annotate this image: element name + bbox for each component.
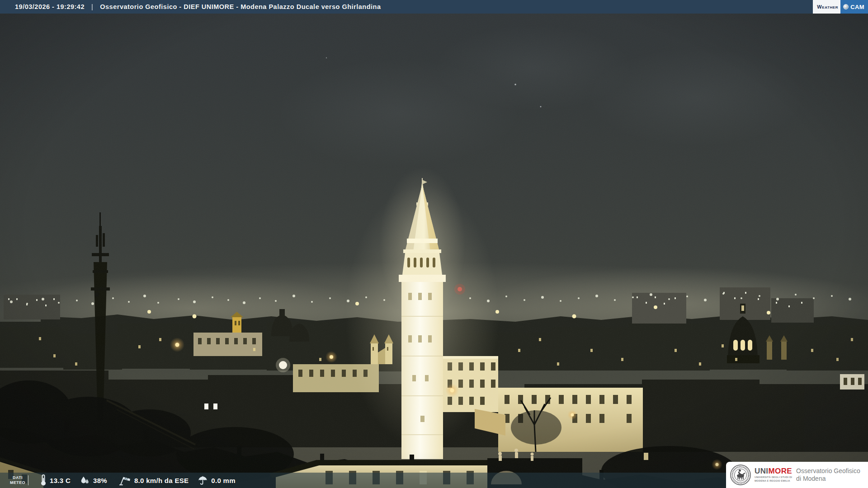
meteo-divider <box>28 475 28 485</box>
timestamp: 19/03/2026 - 19:29:42 <box>15 3 85 10</box>
thermometer-icon <box>40 474 47 486</box>
unimore-logo: UNIMORE UNIVERSITÀ DEGLI STUDI DI MODENA… <box>726 462 868 488</box>
film-grain <box>0 0 868 488</box>
rain-value: 0.0 mm <box>211 477 236 484</box>
humidity-reading: 38% <box>80 475 107 485</box>
temperature-value: 13.3 C <box>50 477 71 484</box>
unimore-subtitle-line2: MODENA E REGGIO EMILIA <box>755 479 792 483</box>
unimore-wordmark: UNIMORE <box>755 467 792 475</box>
wind-value: 8.0 km/h da ESE <box>134 477 189 484</box>
page-title: Osservatorio Geofisico - DIEF UNIMORE - … <box>100 3 381 10</box>
temperature-reading: 13.3 C <box>40 474 71 486</box>
cityscape-svg <box>0 0 868 488</box>
weathercam-word-weather: Weather <box>813 0 840 14</box>
umbrella-icon <box>198 475 208 485</box>
unimore-subtitle: UNIVERSITÀ DEGLI STUDI DI MODENA E REGGI… <box>755 476 792 483</box>
meteo-label-line1: DATI <box>10 475 25 480</box>
weathercam-logo: Weather CAM <box>813 0 868 14</box>
unimore-subtitle-line1: UNIVERSITÀ DEGLI STUDI DI <box>755 476 792 479</box>
title-bar: 19/03/2026 - 19:29:42 | Osservatorio Geo… <box>0 0 868 14</box>
title-separator: | <box>91 3 93 10</box>
rain-reading: 0.0 mm <box>198 475 236 485</box>
unimore-uni: UNI <box>755 467 768 475</box>
observatory-name: Osservatorio Geofisico di Modena <box>796 467 860 483</box>
water-drops-icon <box>80 475 90 485</box>
webcam-frame: 19/03/2026 - 19:29:42 | Osservatorio Geo… <box>0 0 868 488</box>
wind-reading: 8.0 km/h da ESE <box>118 475 189 486</box>
observatory-name-line1: Osservatorio Geofisico <box>796 467 860 475</box>
camera-lens-icon <box>843 4 849 9</box>
observatory-name-line2: di Modena <box>796 475 860 483</box>
weathercam-word-cam: CAM <box>850 4 864 10</box>
unimore-seal-icon <box>730 465 751 485</box>
weathercam-word-cam-wrap: CAM <box>840 0 868 14</box>
unimore-wordmark-block: UNIMORE UNIVERSITÀ DEGLI STUDI DI MODENA… <box>755 467 792 483</box>
windsock-icon <box>118 475 131 486</box>
meteo-label-line2: METEO <box>10 480 25 485</box>
meteo-label: DATI METEO <box>10 475 25 485</box>
unimore-more: MORE <box>768 467 792 475</box>
humidity-value: 38% <box>93 477 107 484</box>
